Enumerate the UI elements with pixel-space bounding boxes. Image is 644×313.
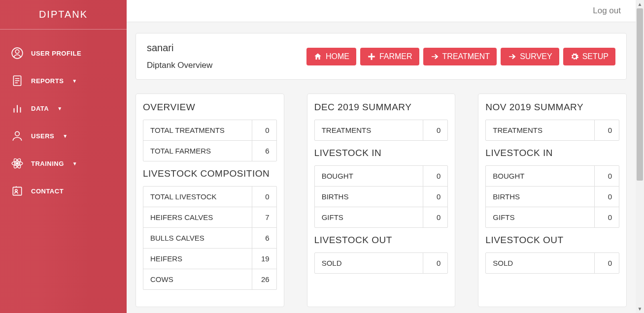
sidebar-item-label: REPORTS: [31, 77, 64, 85]
table-row: BIRTHS 0: [486, 187, 619, 207]
stat-label: GIFTS: [315, 207, 423, 227]
stat-value: 0: [594, 187, 619, 207]
header-text: sanari Diptank Overview: [147, 42, 212, 70]
scroll-down-arrow-icon[interactable]: ▼: [636, 305, 644, 313]
stat-label: BIRTHS: [486, 187, 594, 207]
stat-label: TOTAL FARMERS: [143, 141, 252, 161]
stat-label: GIFTS: [486, 207, 594, 227]
bar-chart-icon: [11, 102, 24, 115]
sidebar-item-contact[interactable]: CONTACT: [0, 177, 127, 205]
sidebar: DIPTANK USER PROFILE REPORTS ▼ DATA ▼ US…: [0, 0, 127, 313]
document-icon: [11, 74, 24, 87]
scrollbar-thumb[interactable]: [637, 8, 643, 181]
logout-link[interactable]: Log out: [593, 6, 621, 16]
sidebar-item-label: CONTACT: [31, 188, 64, 195]
month-a-treatments-table: TREATMENTS 0: [314, 120, 448, 141]
header-actions: HOME FARMER TREATMENT SURVEY SETUP: [306, 48, 615, 65]
table-row: TOTAL LIVESTOCK 0: [143, 187, 276, 207]
sidebar-divider: [0, 29, 127, 30]
stat-label: HEIFERS: [143, 249, 252, 269]
month-b-heading: NOV 2019 SUMMARY: [485, 102, 619, 113]
composition-heading: LIVESTOCK COMPOSITION: [143, 168, 277, 179]
month-b-out-table: SOLD 0: [485, 252, 619, 274]
sidebar-item-training[interactable]: TRAINING ▼: [0, 150, 127, 177]
user-icon: [11, 129, 24, 142]
stat-label: TREATMENTS: [486, 120, 594, 140]
stat-label: BOUGHT: [486, 166, 594, 186]
month-a-in-heading: LIVESTOCK IN: [314, 148, 448, 158]
month-a-out-heading: LIVESTOCK OUT: [314, 235, 448, 246]
sidebar-item-users[interactable]: USERS ▼: [0, 122, 127, 150]
svg-point-15: [15, 189, 17, 191]
home-button[interactable]: HOME: [306, 48, 356, 65]
treatment-button[interactable]: TREATMENT: [423, 48, 497, 65]
stat-label: SOLD: [315, 253, 423, 273]
table-row: GIFTS 0: [486, 207, 619, 227]
stat-value: 0: [423, 166, 447, 186]
table-row: SOLD 0: [486, 253, 619, 273]
vertical-scrollbar[interactable]: ▲ ▼: [636, 0, 644, 313]
table-row: TREATMENTS 0: [486, 120, 619, 140]
stat-label: BIRTHS: [315, 187, 423, 207]
table-row: BOUGHT 0: [315, 166, 448, 187]
svg-point-10: [16, 162, 18, 164]
page-subtitle: Diptank Overview: [147, 61, 212, 70]
dashboard-columns: OVERVIEW TOTAL TREATMENTS 0 TOTAL FARMER…: [136, 94, 627, 307]
stat-value: 0: [423, 187, 447, 207]
table-row: TOTAL TREATMENTS 0: [143, 120, 276, 141]
stat-label: HEIFERS CALVES: [143, 207, 252, 227]
user-circle-icon: [11, 47, 24, 60]
stat-label: BOUGHT: [315, 166, 423, 186]
topbar: Log out: [127, 0, 636, 22]
sidebar-item-user-profile[interactable]: USER PROFILE: [0, 39, 127, 67]
stat-label: COWS: [143, 269, 252, 289]
survey-button[interactable]: SURVEY: [501, 48, 559, 65]
stat-label: SOLD: [486, 253, 594, 273]
composition-table: TOTAL LIVESTOCK 0 HEIFERS CALVES 7 BULLS…: [143, 186, 277, 290]
button-label: SURVEY: [520, 52, 552, 61]
stat-label: BULLS CALVES: [143, 228, 252, 248]
sidebar-item-label: USER PROFILE: [31, 50, 81, 57]
header-card: sanari Diptank Overview HOME FARMER TREA…: [136, 33, 627, 80]
setup-button[interactable]: SETUP: [563, 48, 615, 65]
stat-value: 0: [594, 120, 619, 140]
month-b-treatments-table: TREATMENTS 0: [485, 120, 619, 141]
stat-value: 0: [423, 207, 447, 227]
table-row: GIFTS 0: [315, 207, 448, 227]
scroll-up-arrow-icon[interactable]: ▲: [636, 0, 644, 8]
table-row: BOUGHT 0: [486, 166, 619, 187]
stat-label: TOTAL LIVESTOCK: [143, 187, 252, 207]
caret-down-icon: ▼: [63, 133, 68, 139]
stat-value: 0: [594, 166, 619, 186]
sidebar-item-label: DATA: [31, 105, 49, 112]
button-label: FARMER: [379, 52, 412, 61]
arrow-right-icon: [508, 52, 516, 61]
farmer-button[interactable]: FARMER: [360, 48, 419, 65]
plus-icon: [367, 52, 376, 61]
table-row: COWS 26: [143, 269, 276, 289]
stat-value: 0: [423, 120, 447, 140]
main-content: sanari Diptank Overview HOME FARMER TREA…: [127, 22, 636, 313]
caret-down-icon: ▼: [72, 161, 77, 166]
button-label: TREATMENT: [442, 52, 490, 61]
sidebar-item-reports[interactable]: REPORTS ▼: [0, 67, 127, 94]
table-row: TOTAL FARMERS 6: [143, 141, 276, 161]
page-title: sanari: [147, 42, 212, 54]
month-b-in-table: BOUGHT 0 BIRTHS 0 GIFTS 0: [485, 165, 619, 228]
stat-value: 0: [252, 187, 276, 207]
stat-value: 0: [423, 253, 447, 273]
month-a-column: DEC 2019 SUMMARY TREATMENTS 0 LIVESTOCK …: [307, 94, 456, 307]
id-card-icon: [11, 185, 24, 197]
month-a-heading: DEC 2019 SUMMARY: [314, 102, 448, 113]
overview-column: OVERVIEW TOTAL TREATMENTS 0 TOTAL FARMER…: [136, 94, 284, 307]
sidebar-item-data[interactable]: DATA ▼: [0, 94, 127, 122]
caret-down-icon: ▼: [72, 78, 77, 84]
atom-icon: [11, 157, 24, 170]
svg-point-9: [15, 131, 20, 136]
month-a-out-table: SOLD 0: [314, 252, 448, 274]
month-b-column: NOV 2019 SUMMARY TREATMENTS 0 LIVESTOCK …: [478, 94, 627, 307]
table-row: TREATMENTS 0: [315, 120, 448, 140]
month-b-in-heading: LIVESTOCK IN: [485, 148, 619, 158]
overview-totals-table: TOTAL TREATMENTS 0 TOTAL FARMERS 6: [143, 120, 277, 161]
sidebar-item-label: TRAINING: [31, 160, 64, 167]
